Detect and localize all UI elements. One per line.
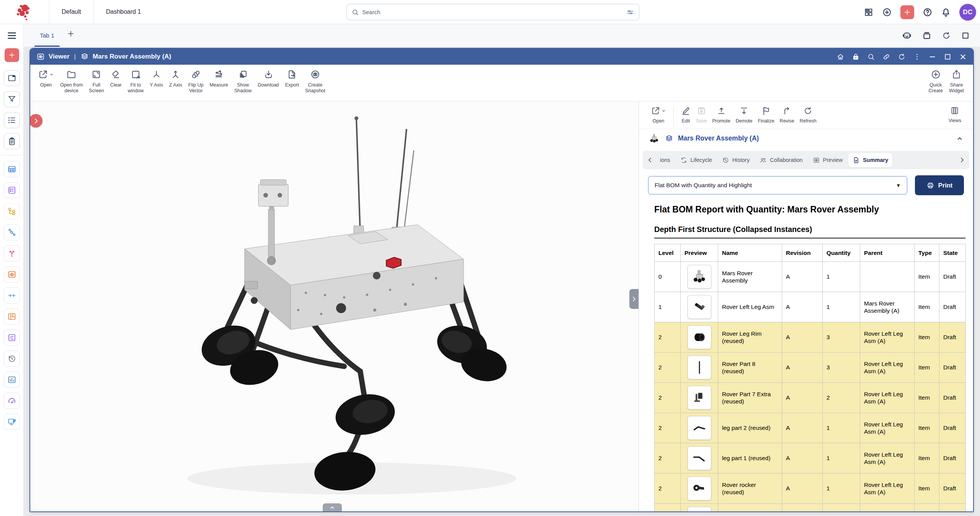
bom-row[interactable]: 2leg part 1 (reused)A1Rover Left Leg Asm… <box>655 443 966 474</box>
sidebar-item-funnel-icon[interactable] <box>4 91 20 107</box>
hamburger-menu-icon[interactable] <box>7 30 17 41</box>
sidebar-item-split-icon[interactable] <box>4 245 20 261</box>
search-input[interactable] <box>362 9 623 15</box>
global-search[interactable] <box>346 4 639 20</box>
tab-preview[interactable]: Preview <box>808 153 847 167</box>
refresh-button[interactable] <box>898 53 906 61</box>
tabs-scroll-left-icon[interactable] <box>646 157 654 163</box>
quick-create-button[interactable]: QuickCreate <box>926 69 946 94</box>
help-icon[interactable] <box>923 7 933 17</box>
download-button[interactable]: Download <box>255 69 282 94</box>
tab-collaboration[interactable]: Collaboration <box>755 153 807 167</box>
bom-row[interactable]: 0Mars Rover AssemblyA1ItemDraft <box>655 262 966 292</box>
sidebar-item-eyewin-icon[interactable] <box>4 266 20 282</box>
side-panel-collapse-handle[interactable] <box>629 289 639 309</box>
assistant-robot-icon[interactable] <box>902 31 912 41</box>
open-from-device-button[interactable]: Open fromdevice <box>57 69 86 94</box>
open-button[interactable]: Open <box>648 106 669 124</box>
sidebar-add-button[interactable] <box>5 48 19 62</box>
flip-up-vector-button[interactable]: Flip UpVector <box>185 69 207 94</box>
sidebar-item-converge-icon[interactable] <box>4 287 20 304</box>
home-button[interactable] <box>836 53 844 61</box>
full-screen-button[interactable]: FullScreen <box>86 69 107 94</box>
bom-cell: Draft <box>939 443 966 474</box>
bom-cell: 1 <box>655 292 681 322</box>
refresh-tab-icon[interactable] <box>942 31 951 40</box>
user-avatar[interactable]: DC <box>959 4 976 21</box>
sidebar-item-gauge-icon[interactable] <box>4 393 20 409</box>
notifications-bell-icon[interactable] <box>941 7 951 17</box>
search-filter-sliders-icon[interactable] <box>626 8 634 16</box>
fit-to-window-button[interactable]: Fit towindow <box>125 69 147 94</box>
package-box-icon[interactable] <box>922 31 932 41</box>
promote-button[interactable]: Promote <box>710 106 733 124</box>
sidebar-item-window-icon[interactable] <box>4 70 20 86</box>
demote-button[interactable]: Demote <box>733 106 755 124</box>
chevron-up-icon[interactable] <box>956 134 964 143</box>
tab-history[interactable]: History <box>718 153 754 167</box>
sidebar-item-barchart-icon[interactable] <box>4 372 20 388</box>
close-button[interactable] <box>959 53 967 61</box>
bom-row[interactable]: 1Rover Left Leg AsmA1Mars Rover Assembly… <box>655 292 966 322</box>
sidebar-item-form-icon[interactable] <box>4 182 20 198</box>
widget-titlebar[interactable]: Viewer | Mars Rover Assembly (A) <box>30 49 973 65</box>
splatter-logo-icon <box>15 3 34 21</box>
menu-dashboard-1[interactable]: Dashboard 1 <box>94 0 154 24</box>
sidebar-item-kanban-icon[interactable] <box>4 309 20 325</box>
object-title[interactable]: Mars Rover Assembly (A) <box>678 134 759 142</box>
apps-grid-icon[interactable] <box>864 7 874 17</box>
tab-lifecycle[interactable]: Lifecycle <box>676 153 716 167</box>
print-button[interactable]: Print <box>915 175 964 195</box>
tab-label: Preview <box>823 157 843 163</box>
sidebar-item-monsync-icon[interactable] <box>4 414 20 430</box>
bom-row[interactable]: 2Rover Leg Rim (reused)A3Rover Left Leg … <box>655 322 966 353</box>
minimize-button[interactable] <box>928 53 936 61</box>
share-widget-button[interactable]: ShareWidget <box>946 69 967 94</box>
bottom-tray-expand-handle[interactable] <box>323 503 342 511</box>
show-shadow-button[interactable]: ShowShadow <box>231 69 255 94</box>
edit-button[interactable]: Edit <box>678 106 693 124</box>
maximize-button[interactable] <box>944 53 952 61</box>
plus-circle-icon[interactable] <box>882 7 892 17</box>
tab-1[interactable]: Tab 1 <box>33 24 61 47</box>
brand-logo[interactable] <box>0 0 49 24</box>
z-axis-button[interactable]: Z Axis <box>166 69 185 94</box>
bom-cell: A <box>782 292 823 322</box>
bom-row[interactable]: 2Rover Part 8 (reused)A3Rover Left Leg A… <box>655 353 966 383</box>
refresh-button[interactable]: Refresh <box>797 106 819 124</box>
finalize-button[interactable]: Finalize <box>755 106 777 124</box>
bom-row[interactable]: 2Rover rocker (reused)A1Rover Left Leg A… <box>655 474 966 504</box>
views-button[interactable]: Views <box>946 106 964 123</box>
report-type-select[interactable]: Flat BOM with Quantity and Highlight ▼ <box>648 176 907 194</box>
sidebar-item-clipboard-icon[interactable] <box>4 133 20 149</box>
revise-button[interactable]: Revise <box>777 106 797 124</box>
lock-icon[interactable] <box>852 53 860 61</box>
toolbar-label: ShareWidget <box>949 82 964 94</box>
sidebar-item-table-icon[interactable] <box>4 161 20 177</box>
y-axis-button[interactable]: Y Axis <box>147 69 166 94</box>
tabs-scroll-right-icon[interactable] <box>958 157 966 163</box>
add-widget-button[interactable] <box>900 5 914 19</box>
clear-button[interactable]: Clear <box>107 69 125 94</box>
sidebar-item-tree-icon[interactable] <box>4 203 20 219</box>
stop-square-icon[interactable] <box>961 31 970 40</box>
sidebar-item-list-icon[interactable] <box>4 112 20 128</box>
more-options-kebab-icon[interactable] <box>913 53 921 61</box>
menu-default[interactable]: Default <box>49 0 93 24</box>
sidebar-item-docoutline-icon[interactable] <box>4 330 20 346</box>
open-button[interactable]: Open <box>35 69 57 94</box>
bom-row[interactable]: 2rocker down (reused)A1Rover Left Leg As… <box>655 504 966 511</box>
sidebar-item-histclock-icon[interactable] <box>4 351 20 367</box>
create-snapshot-button[interactable]: CreateSnapshot <box>302 69 328 94</box>
sidebar-item-nodes-icon[interactable] <box>4 224 20 240</box>
tab-ions[interactable]: ions <box>656 153 675 167</box>
measure-button[interactable]: Measure <box>206 69 231 94</box>
copy-link-button[interactable] <box>882 53 890 61</box>
bom-row[interactable]: 2Rover Part 7 Extra (reused)A2Rover Left… <box>655 383 966 413</box>
add-tab-icon[interactable] <box>67 29 75 38</box>
3d-viewer-canvas[interactable] <box>30 101 639 511</box>
bom-row[interactable]: 2leg part 2 (reused)A1Rover Left Leg Asm… <box>655 413 966 443</box>
viewer-search-button[interactable] <box>867 53 875 61</box>
export-button[interactable]: Export <box>282 69 302 94</box>
tab-summary[interactable]: Summary <box>848 153 892 167</box>
